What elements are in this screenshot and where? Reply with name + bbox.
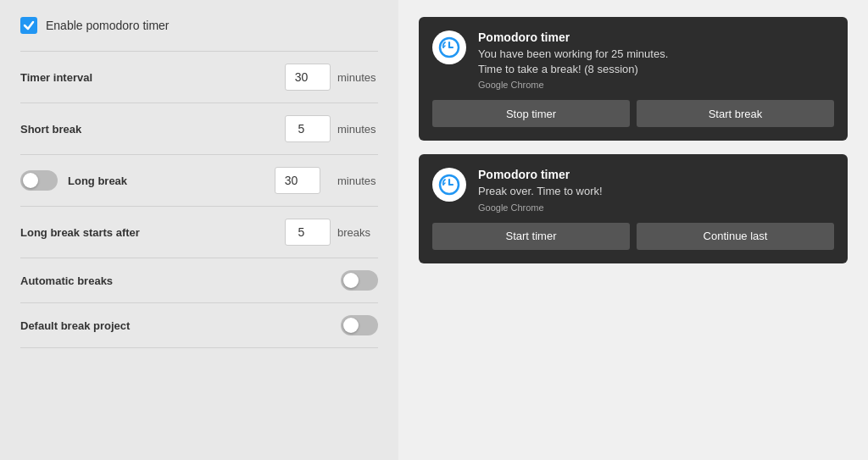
long-break-row: Long break minutes <box>20 154 378 206</box>
notif-1-text: Pomodoro timer You have been working for… <box>478 30 834 90</box>
notif-1-buttons: Stop timer Start break <box>432 100 834 127</box>
automatic-breaks-row: Automatic breaks <box>20 258 378 302</box>
notif-2-body: Preak over. Time to work! <box>478 184 834 199</box>
default-break-project-toggle[interactable] <box>341 315 378 335</box>
enable-checkbox[interactable] <box>20 17 37 34</box>
notif-1-icon <box>432 30 466 64</box>
default-break-project-label: Default break project <box>20 319 341 332</box>
notif-2-text: Pomodoro timer Preak over. Time to work!… <box>478 168 834 212</box>
notification-card-1: Pomodoro timer You have been working for… <box>419 17 848 141</box>
notif-1-source: Google Chrome <box>478 80 834 90</box>
long-break-input[interactable] <box>275 167 320 194</box>
settings-panel: Enable pomodoro timer Timer interval min… <box>0 0 398 460</box>
start-timer-button[interactable]: Start timer <box>432 223 630 250</box>
long-break-starts-after-input[interactable] <box>285 219 331 246</box>
long-break-toggle[interactable] <box>20 170 58 191</box>
notification-card-2: Pomodoro timer Preak over. Time to work!… <box>419 154 848 263</box>
short-break-label: Short break <box>20 123 285 136</box>
notif-2-buttons: Start timer Continue last <box>432 223 834 250</box>
continue-last-button[interactable]: Continue last <box>637 223 834 250</box>
start-break-button[interactable]: Start break <box>637 100 834 127</box>
short-break-unit: minutes <box>337 123 378 136</box>
automatic-breaks-toggle[interactable] <box>341 270 378 291</box>
notif-2-source: Google Chrome <box>478 202 834 213</box>
long-break-starts-after-label: Long break starts after <box>20 226 285 239</box>
enable-row: Enable pomodoro timer <box>20 17 378 34</box>
notif-2-header: Pomodoro timer Preak over. Time to work!… <box>432 168 834 212</box>
long-break-unit: minutes <box>337 175 378 187</box>
enable-label: Enable pomodoro timer <box>46 19 170 32</box>
automatic-breaks-label: Automatic breaks <box>20 274 341 287</box>
timer-interval-unit: minutes <box>337 71 378 84</box>
long-break-label: Long break <box>68 175 264 187</box>
long-break-starts-after-unit: breaks <box>337 226 378 239</box>
notif-1-title: Pomodoro timer <box>478 30 834 44</box>
short-break-input[interactable] <box>285 115 331 142</box>
notif-2-icon <box>432 168 466 202</box>
long-break-starts-after-row: Long break starts after breaks <box>20 206 378 258</box>
timer-interval-row: Timer interval minutes <box>20 51 378 103</box>
timer-interval-input[interactable] <box>285 64 331 91</box>
notif-1-header: Pomodoro timer You have been working for… <box>432 30 834 90</box>
notif-2-title: Pomodoro timer <box>478 168 834 181</box>
short-break-row: Short break minutes <box>20 103 378 154</box>
timer-interval-label: Timer interval <box>20 71 285 84</box>
notif-1-body: You have been working for 25 minutes. Ti… <box>478 47 834 77</box>
notifications-panel: Pomodoro timer You have been working for… <box>398 0 868 460</box>
stop-timer-button[interactable]: Stop timer <box>432 100 630 127</box>
default-break-project-row: Default break project <box>20 302 378 348</box>
